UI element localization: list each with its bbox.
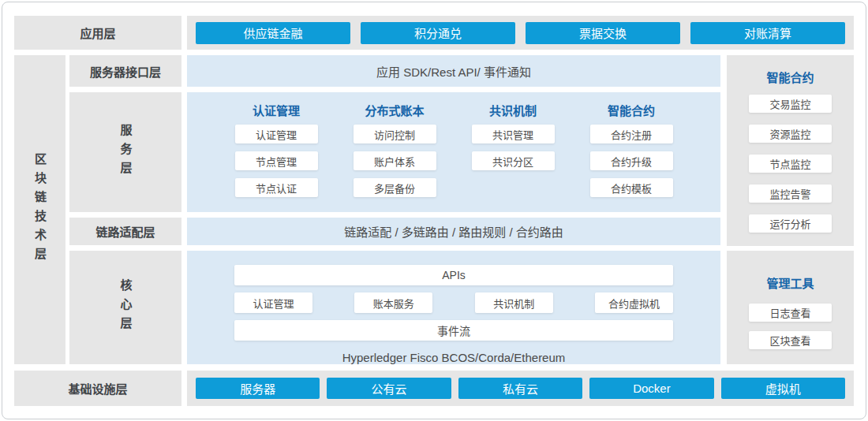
core-modules-row: 认证管理 账本服务 共识机制 合约虚拟机 bbox=[234, 292, 673, 313]
core-platforms-text: Hyperledger Fisco BCOS/Corda/Ethereum bbox=[342, 351, 566, 364]
tools-node: 区块查看 bbox=[749, 331, 832, 349]
tools-node: 日志查看 bbox=[749, 304, 832, 322]
link-layer-content: 链路适配 / 多链路由 / 路由规则 / 合约路由 bbox=[187, 218, 720, 245]
service-layer-label: 服务层 bbox=[69, 92, 181, 212]
infra-node-private-cloud: 私有云 bbox=[458, 378, 582, 399]
service-column-contract-header: 智能合约 bbox=[608, 102, 655, 117]
infra-node-server: 服务器 bbox=[196, 378, 320, 399]
tech-layer-label-text: 区块链技术层 bbox=[34, 153, 46, 266]
core-node: 认证管理 bbox=[234, 292, 312, 313]
monitor-node: 交易监控 bbox=[749, 95, 832, 113]
link-layer-label: 链路适配层 bbox=[69, 218, 181, 245]
tech-layer-label: 区块链技术层 bbox=[14, 55, 65, 364]
infra-node-vm: 虚拟机 bbox=[721, 378, 845, 399]
service-node: 合约注册 bbox=[590, 125, 673, 143]
core-node: 账本服务 bbox=[354, 292, 432, 313]
core-layer-panel: APIs 认证管理 账本服务 共识机制 合约虚拟机 事件流 Hyperledge… bbox=[187, 251, 720, 364]
monitor-node: 资源监控 bbox=[749, 125, 832, 143]
infra-layer-strip: 服务器 公有云 私有云 Docker 虚拟机 bbox=[187, 371, 854, 406]
infra-layer-label: 基础设施层 bbox=[14, 371, 181, 406]
monitor-node: 运行分析 bbox=[749, 214, 832, 233]
core-node: 合约虚拟机 bbox=[595, 292, 673, 313]
tools-panel: 管理工具 日志查看 区块查看 bbox=[727, 251, 854, 364]
service-node: 认证管理 bbox=[235, 125, 318, 143]
core-event-stream-bar: 事件流 bbox=[234, 320, 673, 341]
interface-layer-content: 应用 SDK/Rest API/ 事件通知 bbox=[187, 55, 720, 87]
monitor-node: 节点监控 bbox=[749, 155, 832, 173]
service-node: 合约升级 bbox=[590, 151, 673, 170]
core-node: 共识机制 bbox=[475, 292, 553, 313]
architecture-diagram: 应用层 供应链金融 积分通兑 票据交换 对账清算 区块链技术层 服务器接口层 服… bbox=[0, 0, 868, 421]
app-node-reconciliation: 对账清算 bbox=[690, 22, 845, 44]
app-layer-strip: 供应链金融 积分通兑 票据交换 对账清算 bbox=[187, 16, 854, 50]
monitor-panel: 智能合约 交易监控 资源监控 节点监控 监控告警 运行分析 bbox=[727, 55, 854, 246]
service-node: 节点认证 bbox=[235, 178, 318, 197]
service-layer-panel: 认证管理 认证管理 节点管理 节点认证 分布式账本 访问控制 账户体系 多层备份… bbox=[187, 92, 720, 212]
monitor-panel-header: 智能合约 bbox=[766, 69, 814, 84]
monitor-node: 监控告警 bbox=[749, 184, 832, 203]
service-node: 多层备份 bbox=[354, 178, 436, 197]
service-node: 访问控制 bbox=[354, 125, 436, 143]
infra-node-public-cloud: 公有云 bbox=[327, 378, 451, 399]
app-node-bill-exchange: 票据交换 bbox=[526, 22, 680, 44]
service-column-contract: 智能合约 合约注册 合约升级 合约模板 bbox=[590, 102, 673, 212]
service-column-ledger: 分布式账本 访问控制 账户体系 多层备份 bbox=[354, 102, 436, 212]
service-column-ledger-header: 分布式账本 bbox=[365, 102, 424, 117]
service-column-consensus: 共识机制 共识管理 共识分区 bbox=[472, 102, 555, 212]
service-node: 共识分区 bbox=[472, 151, 555, 170]
service-column-auth-header: 认证管理 bbox=[253, 102, 300, 117]
app-layer-label: 应用层 bbox=[14, 16, 181, 50]
core-layer-label: 核心层 bbox=[69, 251, 181, 364]
app-node-supply-chain-finance: 供应链金融 bbox=[196, 22, 350, 44]
service-node: 合约模板 bbox=[590, 178, 673, 197]
core-apis-bar: APIs bbox=[234, 265, 673, 285]
service-layer-label-text: 服务层 bbox=[120, 124, 132, 181]
interface-layer-label: 服务器接口层 bbox=[69, 55, 181, 87]
service-node: 节点管理 bbox=[235, 151, 318, 170]
service-node: 共识管理 bbox=[472, 125, 555, 143]
tools-panel-header: 管理工具 bbox=[766, 275, 814, 289]
service-column-consensus-header: 共识机制 bbox=[489, 102, 537, 117]
service-column-auth: 认证管理 认证管理 节点管理 节点认证 bbox=[235, 102, 318, 212]
service-node: 账户体系 bbox=[354, 151, 436, 170]
app-node-points-exchange: 积分通兑 bbox=[361, 22, 515, 44]
core-layer-label-text: 核心层 bbox=[120, 279, 132, 336]
infra-node-docker: Docker bbox=[589, 378, 713, 399]
